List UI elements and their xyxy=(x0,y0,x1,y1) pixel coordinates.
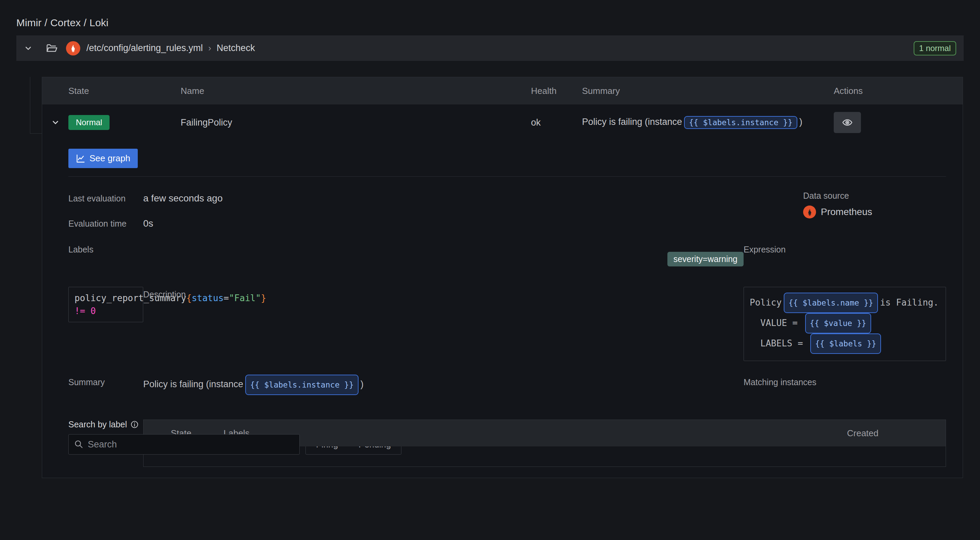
search-input[interactable] xyxy=(68,434,300,455)
matching-instances-label: Matching instances xyxy=(744,374,946,390)
instances-col-created: Created xyxy=(847,428,946,439)
see-graph-button[interactable]: See graph xyxy=(68,149,138,168)
col-summary: Summary xyxy=(582,86,834,96)
template-chip: {{ $labels.instance }} xyxy=(684,116,797,129)
template-chip: {{ $value }} xyxy=(805,313,871,333)
line-chart-icon xyxy=(76,154,85,163)
rule-group-header[interactable]: /etc/config/alerting_rules.yml › Netchec… xyxy=(16,35,964,61)
description-label: Description xyxy=(143,287,744,302)
folder-open-icon xyxy=(33,42,58,54)
view-rule-button[interactable] xyxy=(834,112,861,133)
data-source-name[interactable]: Prometheus xyxy=(821,207,872,217)
rule-summary-text: Policy is failing (instance xyxy=(582,117,682,127)
template-chip: {{ $labels }} xyxy=(810,333,881,354)
page-title: Mimir / Cortex / Loki xyxy=(16,17,964,29)
data-source-label: Data source xyxy=(803,191,946,201)
rule-health: ok xyxy=(531,117,582,128)
rule-detail-section: Last evaluation a few seconds ago Data s… xyxy=(42,177,963,467)
rule-name: FailingPolicy xyxy=(181,117,531,128)
expression-code: policy_report_summary{status="Fail"} != … xyxy=(68,287,143,322)
chevron-down-icon[interactable] xyxy=(24,44,33,53)
prometheus-icon xyxy=(803,205,816,218)
rule-file-path: /etc/config/alerting_rules.yml xyxy=(86,43,203,53)
rule-summary-cell: Policy is failing (instance{{ $labels.in… xyxy=(582,116,834,129)
instances-col-labels: Labels xyxy=(223,428,847,439)
description-box: Policy{{ $labels.name }}is Failing. VALU… xyxy=(744,287,946,361)
col-health: Health xyxy=(531,86,582,96)
eye-icon xyxy=(842,117,853,128)
tree-guide-vertical xyxy=(30,77,30,134)
last-evaluation-value: a few seconds ago xyxy=(143,191,744,206)
col-name: Name xyxy=(181,86,531,96)
evaluation-time-value: 0s xyxy=(143,216,744,231)
expression-label: Expression xyxy=(744,242,946,257)
rule-details-card: State Name Health Summary Actions Normal… xyxy=(42,77,963,478)
info-icon[interactable] xyxy=(130,420,139,429)
search-icon xyxy=(74,439,83,449)
rules-table-header: State Name Health Summary Actions xyxy=(42,77,963,105)
summary-value: Policy is failing (instance{{ $labels.in… xyxy=(143,374,744,395)
rule-summary-suffix: ) xyxy=(799,117,802,127)
evaluation-time-label: Evaluation time xyxy=(68,216,143,231)
labels-label: Labels xyxy=(68,242,143,276)
prometheus-icon xyxy=(66,41,80,56)
instance-filters: Search by label xyxy=(68,419,143,455)
col-actions: Actions xyxy=(834,86,963,96)
template-chip: {{ $labels.name }} xyxy=(784,293,878,313)
rule-state-badge: Normal xyxy=(68,115,110,130)
rule-group-name: Netcheck xyxy=(217,43,255,53)
status-badge: 1 normal xyxy=(914,41,956,56)
template-chip: {{ $labels.instance }} xyxy=(245,374,358,395)
search-by-label-text: Search by label xyxy=(68,419,127,429)
summary-label: Summary xyxy=(68,374,143,395)
collapse-rule-icon[interactable] xyxy=(42,118,68,127)
label-badge: severity=warning xyxy=(667,252,744,266)
col-state: State xyxy=(68,86,181,96)
table-row: Normal FailingPolicy ok Policy is failin… xyxy=(42,105,963,133)
last-evaluation-label: Last evaluation xyxy=(68,191,143,206)
alert-rules-page: Mimir / Cortex / Loki /etc/config/alerti… xyxy=(0,0,980,478)
data-source-block: Data source Prometheus xyxy=(744,191,946,242)
breadcrumb-separator: › xyxy=(208,43,211,53)
